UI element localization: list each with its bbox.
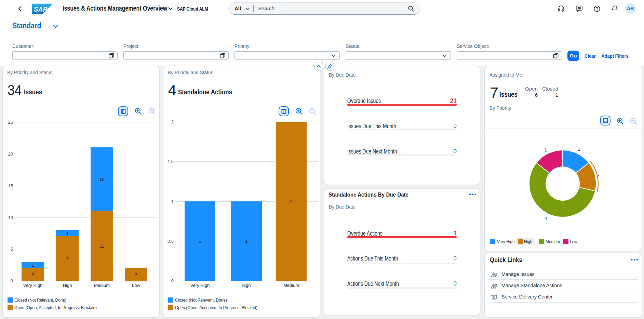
svg-text:1: 1 xyxy=(545,147,547,152)
svg-text:1: 1 xyxy=(598,174,600,179)
svg-text:4: 4 xyxy=(545,216,547,221)
svg-text:SAP: SAP xyxy=(33,5,48,13)
svg-text:1: 1 xyxy=(578,147,580,152)
